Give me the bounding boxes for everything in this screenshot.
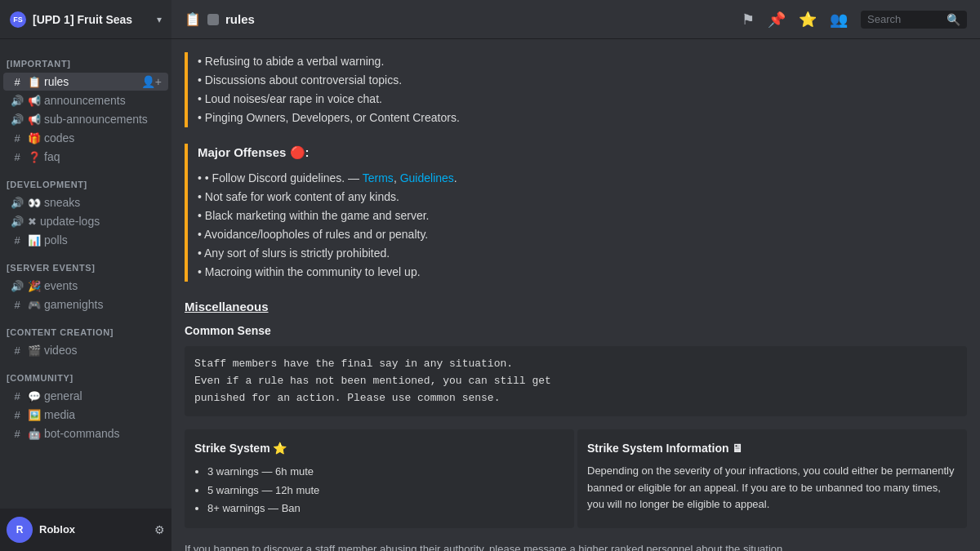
category-important: [IMPORTANT] bbox=[0, 46, 172, 72]
channel-rules-emoji: 📋 bbox=[28, 76, 41, 88]
list-item: Avoidance/loopholes of rules and or pena… bbox=[198, 225, 967, 244]
strike-system-list: 3 warnings — 6h mute 5 warnings — 12h mu… bbox=[194, 463, 564, 518]
strike-system-title: Strike System ⭐ bbox=[194, 439, 564, 457]
channel-announcements[interactable]: 🔊 📢 announcements bbox=[3, 91, 168, 109]
user-info: Roblox bbox=[39, 523, 148, 536]
strike-info-text: Depending on the severity of your infrac… bbox=[587, 463, 957, 513]
list-item: 3 warnings — 6h mute bbox=[207, 463, 564, 482]
channel-sub-announcements-name: sub-announcements bbox=[44, 113, 162, 126]
list-item: Any sort of slurs is strictly prohibited… bbox=[198, 244, 967, 263]
channel-sneaks-emoji: 👀 bbox=[28, 197, 41, 209]
channel-polls-emoji: 📊 bbox=[28, 234, 41, 247]
terms-link[interactable]: Terms bbox=[363, 171, 394, 184]
channel-update-logs-name: update-logs bbox=[40, 215, 162, 228]
search-box[interactable]: Search 🔍 bbox=[861, 11, 967, 29]
channel-media-emoji: 🖼️ bbox=[28, 409, 41, 421]
channel-events[interactable]: 🔊 🎉 events bbox=[3, 277, 168, 295]
threads-icon[interactable]: ⚑ bbox=[742, 11, 755, 29]
list-item: Pinging Owners, Developers, or Content C… bbox=[198, 109, 967, 127]
list-item: Black marketing within the game and serv… bbox=[198, 207, 967, 225]
hash-icon-8: # bbox=[10, 409, 24, 421]
channel-general-name: general bbox=[44, 389, 162, 402]
channel-media-name: media bbox=[44, 408, 162, 421]
main-content: 📋 rules ⚑ 📌 ⭐ 👥 Search 🔍 Refusing to abi… bbox=[172, 0, 980, 551]
speaker-icon-2: 🔊 bbox=[10, 113, 24, 126]
settings-icon[interactable]: ⚙ bbox=[154, 523, 165, 536]
chevron-down-icon: ▾ bbox=[157, 14, 162, 25]
list-item: Macroing within the community to level u… bbox=[198, 263, 967, 282]
list-item: Discussions about controversial topics. bbox=[198, 71, 967, 90]
add-member-icon[interactable]: 👤+ bbox=[141, 75, 162, 88]
channel-codes[interactable]: # 🎁 codes bbox=[3, 129, 168, 147]
hash-icon-7: # bbox=[10, 390, 24, 402]
guidelines-link[interactable]: Guidelines bbox=[400, 171, 454, 184]
footer-note: If you happen to discover a staff member… bbox=[185, 541, 967, 551]
channel-list: [IMPORTANT] # 📋 rules 👤+ 🔊 📢 announcemen… bbox=[0, 39, 172, 509]
miscellaneous-section: Miscellaneous Common Sense Staff members… bbox=[185, 298, 967, 552]
major-offenses-section: Major Offenses 🔴: • Follow Discord guide… bbox=[185, 144, 967, 282]
common-sense-title: Common Sense bbox=[185, 322, 967, 340]
channel-faq-emoji: ❓ bbox=[28, 151, 41, 163]
channel-header-dot bbox=[207, 14, 219, 25]
speaker-icon: 🔊 bbox=[10, 95, 24, 107]
channel-codes-name: codes bbox=[44, 131, 162, 144]
search-icon: 🔍 bbox=[947, 13, 960, 26]
sidebar: FS [UPD 1] Fruit Seas ▾ [IMPORTANT] # 📋 … bbox=[0, 0, 172, 551]
server-header[interactable]: FS [UPD 1] Fruit Seas ▾ bbox=[0, 0, 172, 39]
strike-info-cell: Strike System Information 🖥 Depending on… bbox=[577, 429, 967, 528]
list-item: • Follow Discord guidelines. — Terms, Gu… bbox=[198, 169, 967, 188]
channel-polls-name: polls bbox=[44, 233, 162, 247]
channel-gamenights[interactable]: # 🎮 gamenights bbox=[3, 295, 168, 313]
user-area: R Roblox ⚙ bbox=[0, 509, 172, 551]
channel-rules[interactable]: # 📋 rules 👤+ bbox=[3, 73, 168, 91]
channel-videos-emoji: 🎬 bbox=[28, 344, 41, 357]
strike-info-title: Strike System Information 🖥 bbox=[587, 439, 957, 457]
list-item: Refusing to abide a verbal warning. bbox=[198, 52, 967, 71]
minor-offenses-section: Refusing to abide a verbal warning. Disc… bbox=[185, 52, 967, 127]
strike-table: Strike System ⭐ 3 warnings — 6h mute 5 w… bbox=[185, 429, 967, 528]
channel-bot-commands[interactable]: # 🤖 bot-commands bbox=[3, 424, 168, 442]
bookmark-icon[interactable]: ⭐ bbox=[799, 11, 817, 29]
category-development: [DEVELOPMENT] bbox=[0, 167, 172, 193]
channel-ann-emoji: 📢 bbox=[28, 95, 41, 107]
hash-icon-4: # bbox=[10, 234, 24, 247]
channel-general[interactable]: # 💬 general bbox=[3, 387, 168, 405]
channel-bot-commands-name: bot-commands bbox=[44, 427, 162, 440]
channel-events-name: events bbox=[44, 279, 162, 292]
channel-polls[interactable]: # 📊 polls bbox=[3, 231, 168, 249]
category-server-events: [SERVER EVENTS] bbox=[0, 250, 172, 276]
channel-updatelogs-emoji: ✖ bbox=[28, 216, 37, 228]
channel-faq-name: faq bbox=[44, 150, 162, 163]
minor-offenses-list: Refusing to abide a verbal warning. Disc… bbox=[198, 52, 967, 127]
message-area[interactable]: Refusing to abide a verbal warning. Disc… bbox=[172, 39, 980, 551]
pin-icon[interactable]: 📌 bbox=[768, 11, 786, 29]
channel-sneaks-name: sneaks bbox=[44, 196, 162, 209]
avatar: R bbox=[7, 517, 33, 543]
channel-update-logs[interactable]: 🔊 ✖ update-logs bbox=[3, 212, 168, 230]
channel-codes-emoji: 🎁 bbox=[28, 132, 41, 144]
channel-gamenights-name: gamenights bbox=[44, 298, 162, 311]
channel-videos[interactable]: # 🎬 videos bbox=[3, 341, 168, 359]
channel-rules-name: rules bbox=[44, 75, 138, 88]
major-offenses-list: • Follow Discord guidelines. — Terms, Gu… bbox=[198, 169, 967, 282]
username: Roblox bbox=[39, 523, 148, 536]
user-controls: ⚙ bbox=[154, 523, 165, 536]
members-icon[interactable]: 👥 bbox=[830, 11, 848, 29]
speaker-icon-4: 🔊 bbox=[10, 216, 24, 228]
server-name: [UPD 1] Fruit Seas bbox=[33, 13, 150, 26]
channel-sneaks[interactable]: 🔊 👀 sneaks bbox=[3, 193, 168, 211]
hash-icon-9: # bbox=[10, 428, 24, 440]
category-community: [COMMUNITY] bbox=[0, 360, 172, 386]
channel-videos-name: videos bbox=[44, 344, 162, 357]
server-icon: FS bbox=[10, 11, 26, 28]
misc-title: Miscellaneous bbox=[185, 298, 967, 317]
channel-faq[interactable]: # ❓ faq bbox=[3, 148, 168, 166]
search-label: Search bbox=[867, 13, 942, 25]
channel-sub-announcements[interactable]: 🔊 📢 sub-announcements bbox=[3, 110, 168, 128]
list-item: Not safe for work content of any kinds. bbox=[198, 188, 967, 207]
channel-announcements-name: announcements bbox=[44, 94, 162, 107]
channel-media[interactable]: # 🖼️ media bbox=[3, 406, 168, 424]
strike-system-cell: Strike System ⭐ 3 warnings — 6h mute 5 w… bbox=[185, 429, 574, 528]
channel-subann-emoji: 📢 bbox=[28, 113, 41, 126]
channel-gamenights-emoji: 🎮 bbox=[28, 299, 41, 311]
